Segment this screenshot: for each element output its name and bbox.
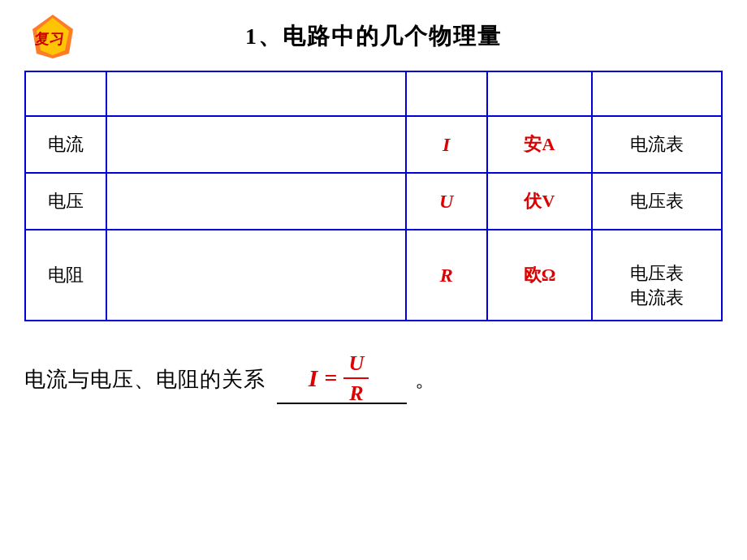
header-col-unit (487, 71, 593, 116)
row-resistance-meter: 电压表 电流表 (592, 230, 722, 321)
header-col-meter (592, 71, 722, 116)
row-current-symbol: I (406, 116, 487, 173)
formula-equals: = (324, 365, 337, 391)
table-row-current: 电流 I 安A 电流表 (25, 116, 722, 173)
formula-numerator: U (343, 351, 369, 379)
formula-underline-box: I = U R (277, 354, 407, 404)
row-resistance-desc (106, 230, 406, 321)
row-voltage-unit: 伏V (487, 173, 593, 230)
table-header-row (25, 71, 722, 116)
physics-table: 电流 I 安A 电流表 电压 U 伏V 电压 (24, 71, 723, 321)
row-voltage-meter: 电压表 (592, 173, 722, 230)
formula-math: I = U R (309, 351, 372, 406)
row-current-name: 电流 (25, 116, 106, 173)
table-row-voltage: 电压 U 伏V 电压表 (25, 173, 722, 230)
formula-suffix: 。 (415, 365, 436, 394)
svg-text:复习: 复习 (33, 31, 65, 47)
page-title: 1、电路中的几个物理量 (89, 21, 658, 52)
row-voltage-desc (106, 173, 406, 230)
row-current-unit: 安A (487, 116, 593, 173)
row-current-desc (106, 116, 406, 173)
header-col-symbol (406, 71, 487, 116)
formula-section: 电流与电压、电阻的关系 I = U R 。 (24, 354, 723, 404)
logo-icon: 复习 (24, 13, 81, 60)
header-row: 复习 1、电路中的几个物理量 (16, 12, 731, 61)
row-resistance-name: 电阻 (25, 230, 106, 321)
row-voltage-symbol: U (406, 173, 487, 230)
formula-I: I (309, 364, 318, 392)
row-voltage-name: 电压 (25, 173, 106, 230)
row-resistance-unit: 欧Ω (487, 230, 593, 321)
formula-denominator: R (344, 379, 368, 406)
formula-fraction: U R (343, 351, 369, 406)
row-current-meter: 电流表 (592, 116, 722, 173)
logo-area: 复习 (16, 12, 89, 61)
row-resistance-symbol: R (406, 230, 487, 321)
table-row-resistance: 电阻 R 欧Ω 电压表 电流表 (25, 230, 722, 321)
formula-prefix: 电流与电压、电阻的关系 (24, 365, 266, 394)
page-container: 复习 1、电路中的几个物理量 电流 I 安A 电流表 (0, 0, 747, 560)
header-col-desc (106, 71, 406, 116)
header-col-name (25, 71, 106, 116)
